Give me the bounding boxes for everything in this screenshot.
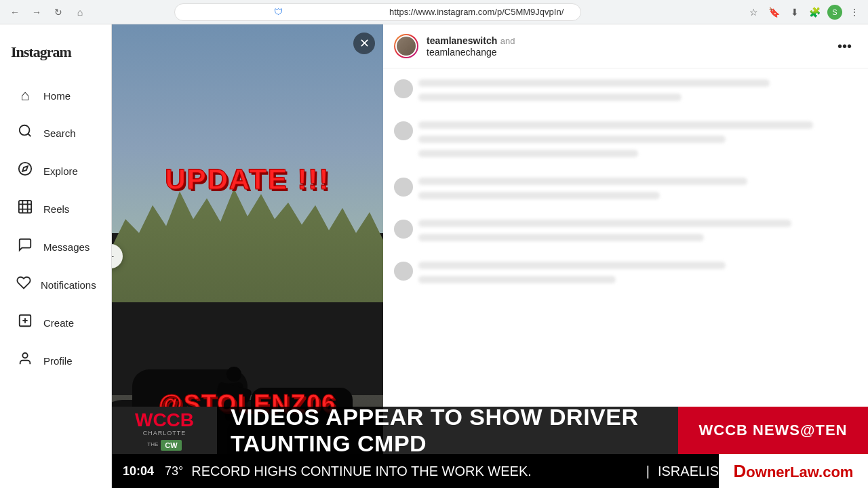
comment-block-1 [394,79,857,108]
handle-text: @STOLENZ06 [159,390,337,418]
reels-label: Reels [43,203,69,215]
svg-point-8 [22,353,27,358]
sidebar-item-create[interactable]: Create [5,305,106,340]
forward-button[interactable]: → [27,3,46,22]
url-text: https://www.instagram.com/p/C5MM9JqvpIn/ [380,7,574,17]
svg-point-2 [19,163,31,175]
reels-icon [16,199,34,218]
more-options-button[interactable]: ••• [832,36,857,57]
post-media: UPDATE !!! @STOLENZ06 ✕ [112,24,383,488]
sidebar-item-profile[interactable]: Profile [5,343,106,378]
svg-point-0 [20,125,30,136]
comment-block-3 [394,178,857,206]
home-label: Home [43,90,71,102]
comment-block-5 [394,262,857,290]
sidebar-item-explore[interactable]: Explore [5,153,106,188]
notifications-label: Notifications [41,279,96,291]
car-right [227,413,383,488]
url-bar[interactable]: 🛡 https://www.instagram.com/p/C5MM9JqvpI… [174,3,581,21]
profile-label: Profile [43,355,73,367]
svg-line-1 [28,134,31,136]
extensions-icon[interactable]: 🧩 [807,4,823,20]
download-icon[interactable]: ⬇ [787,4,803,20]
create-icon [16,313,34,332]
sky-background [112,24,383,233]
comment-block-4 [394,220,857,248]
username-and: and [500,36,515,46]
post-comments-panel: teamlaneswitch and teamlanechange ••• [383,24,868,488]
update-text: UPDATE !!! [165,163,330,196]
main-layout: Instagram ⌂ Home Search Explore Reels [0,24,868,488]
comments-content [394,79,857,290]
home-button[interactable]: ⌂ [71,3,90,22]
comments-body [383,68,868,488]
post-modal: ← [112,24,868,488]
browser-toolbar: ☆ 🔖 ⬇ 🧩 S ⋮ [746,4,863,20]
comment-block-2 [394,121,857,164]
instagram-sidebar: Instagram ⌂ Home Search Explore Reels [0,24,112,488]
post-user-info: teamlaneswitch and teamlanechange [427,35,824,58]
search-icon [16,123,34,142]
explore-icon [16,161,34,180]
security-icon: 🛡 [182,7,376,17]
avatar-inner [395,35,417,57]
menu-icon[interactable]: ⋮ [846,4,863,20]
sidebar-item-reels[interactable]: Reels [5,191,106,226]
create-label: Create [43,317,74,329]
post-username-primary[interactable]: teamlaneswitch and [427,35,824,47]
content-area: POSTS REELS TAGGED [112,24,868,488]
nav-buttons: ← → ↻ ⌂ [5,3,90,22]
close-modal-button[interactable]: ✕ [353,33,375,54]
back-button[interactable]: ← [5,3,24,22]
home-icon: ⌂ [16,87,34,104]
post-avatar [394,34,418,58]
browser-chrome: ← → ↻ ⌂ 🛡 https://www.instagram.com/p/C5… [0,0,868,24]
sidebar-item-search[interactable]: Search [5,115,106,150]
profile-icon[interactable]: S [827,5,842,20]
search-label: Search [43,127,76,139]
reload-button[interactable]: ↻ [49,3,68,22]
username2: teamlanechange [427,47,824,58]
notifications-icon [16,275,31,294]
svg-marker-3 [22,166,28,171]
explore-label: Explore [43,165,78,177]
star-icon[interactable]: ☆ [746,4,762,20]
svg-rect-4 [19,201,31,213]
messages-icon [16,237,34,256]
bookmark-icon[interactable]: 🔖 [766,4,783,20]
post-header: teamlaneswitch and teamlanechange ••• [383,24,868,68]
instagram-logo: Instagram [0,35,111,77]
profile-nav-icon [16,351,34,370]
messages-label: Messages [43,241,90,253]
username1: teamlaneswitch [427,35,497,46]
sidebar-item-notifications[interactable]: Notifications [5,267,106,302]
sidebar-item-home[interactable]: ⌂ Home [5,79,106,113]
sidebar-item-messages[interactable]: Messages [5,229,106,264]
